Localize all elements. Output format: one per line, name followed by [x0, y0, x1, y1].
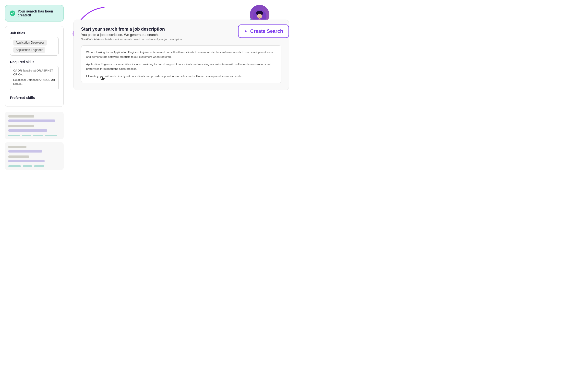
- ph-line: [8, 160, 44, 162]
- job-titles-label: Job titles: [10, 31, 58, 35]
- ph-line: [8, 129, 47, 132]
- tag-app-engineer: Application Engineer: [13, 47, 45, 53]
- placeholder-card-2: [5, 142, 64, 170]
- create-search-button[interactable]: ✦ Create Search: [238, 24, 289, 38]
- tag-app-developer: Application Developer: [13, 40, 47, 46]
- search-form-card: Job titles Application Developer Applica…: [5, 26, 64, 107]
- skill-row-2: Relational Database OR SQL OR NoSql...: [13, 78, 55, 86]
- placeholder-card-1: [5, 112, 64, 139]
- ph-line: [8, 146, 26, 148]
- ph-line: [8, 115, 34, 118]
- ph-line: [8, 156, 29, 158]
- success-banner: Your search has been created!: [5, 5, 64, 22]
- svg-point-2: [257, 14, 262, 18]
- ph-line: [8, 125, 34, 127]
- required-skills-section: Required skills C# OR JavaScript OR ASP.…: [10, 60, 58, 90]
- job-desc-p3: Ultimately, you will work directly with …: [86, 74, 276, 79]
- success-text: Your search has been created!: [18, 9, 59, 17]
- ph-line: [33, 135, 43, 136]
- placeholder-cards: [5, 112, 64, 170]
- ph-line: [8, 120, 55, 122]
- create-search-icon: ✦: [244, 29, 248, 34]
- skill-row-1: C# OR JavaScript OR ASP.NET OR C+...: [13, 68, 55, 76]
- ph-line: [45, 135, 57, 136]
- preferred-skills-label: Preferred skills: [10, 96, 58, 100]
- job-desc-p1: We are looking for an Application Engine…: [86, 50, 276, 60]
- job-description-box[interactable]: We are looking for an Application Engine…: [81, 45, 282, 84]
- job-titles-box: Application Developer Application Engine…: [10, 37, 58, 56]
- right-panel: ✦ Create Search Start your search from a…: [74, 5, 289, 191]
- success-icon: [10, 10, 15, 16]
- ph-line: [34, 165, 44, 167]
- job-titles-section: Job titles Application Developer Applica…: [10, 31, 58, 56]
- ph-line: [8, 165, 21, 167]
- ph-line: [22, 135, 31, 136]
- left-panel: Your search has been created! Job titles…: [5, 5, 64, 191]
- skills-box: C# OR JavaScript OR ASP.NET OR C+... Rel…: [10, 66, 58, 90]
- required-skills-label: Required skills: [10, 60, 58, 64]
- ph-line: [23, 165, 32, 167]
- create-search-label: Create Search: [250, 28, 283, 34]
- ph-line: [8, 135, 20, 136]
- preferred-skills-section: Preferred skills: [10, 96, 58, 102]
- ph-line: [8, 150, 42, 152]
- job-desc-p2: Application Engineer responsibilities in…: [86, 62, 276, 72]
- cursor-icon: [99, 74, 109, 86]
